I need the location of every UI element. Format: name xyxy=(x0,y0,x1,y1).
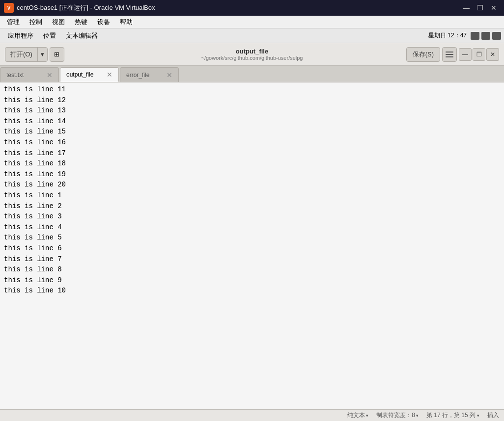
gedit-minimize-button[interactable]: — xyxy=(459,48,472,61)
tab-close-icon[interactable]: ✕ xyxy=(47,72,53,79)
tab-test-txt[interactable]: test.txt ✕ xyxy=(0,67,59,82)
menu-bar: 管理 控制 视图 热键 设备 帮助 xyxy=(0,16,504,28)
editor-line: this is line 12 xyxy=(0,95,504,106)
hamburger-menu-button[interactable] xyxy=(442,47,457,62)
editor-line: this is line 16 xyxy=(0,137,504,148)
title-bar-controls: — ❐ ✕ xyxy=(460,2,500,13)
status-bar: 纯文本 ▾ 制表符宽度：8 ▾ 第 17 行，第 15 列 ▾ 插入 xyxy=(0,409,504,421)
save-label: 保存(S) xyxy=(413,50,434,59)
tab-width-label: 制表符宽度：8 xyxy=(376,411,415,420)
tab-error-file[interactable]: error_file ✕ xyxy=(120,67,179,82)
menu-control[interactable]: 控制 xyxy=(25,17,47,27)
tab-label: output_file xyxy=(66,71,93,78)
gedit-filename: output_file xyxy=(201,48,303,55)
hamburger-line-2 xyxy=(446,54,453,55)
restore-icon: ❐ xyxy=(476,51,482,58)
open-label: 打开(O) xyxy=(10,50,32,59)
editor-line: this is line 14 xyxy=(0,116,504,127)
restore-button[interactable]: ❐ xyxy=(474,2,486,13)
close-icon: ✕ xyxy=(490,51,495,58)
gedit-window-controls: — ❐ ✕ xyxy=(459,48,499,61)
special-char-button[interactable]: ⊞ xyxy=(50,47,64,62)
tab-label: error_file xyxy=(126,72,149,79)
menu-manage[interactable]: 管理 xyxy=(2,17,25,27)
clock-text: 星期日 12：47 xyxy=(428,31,467,40)
text-editor-menu[interactable]: 文本编辑器 xyxy=(61,31,103,40)
tab-label: test.txt xyxy=(6,72,24,79)
network-icon xyxy=(471,32,479,40)
special-char-icon: ⊞ xyxy=(54,51,59,58)
volume-icon xyxy=(481,32,490,40)
editor-line: this is line 20 xyxy=(0,180,504,190)
gedit-right-controls: 保存(S) — ❐ ✕ xyxy=(406,47,499,62)
apps-menu[interactable]: 应用程序 xyxy=(3,31,38,40)
editor-line: this is line 1 xyxy=(0,190,504,201)
editor-line: this is line 4 xyxy=(0,222,504,233)
gedit-title-area: output_file ~/gowork/src/github.com/gith… xyxy=(201,48,303,61)
editor-line: this is line 9 xyxy=(0,275,504,286)
tab-width-selector[interactable]: 制表符宽度：8 ▾ xyxy=(376,411,419,420)
tab-output-file[interactable]: output_file ✕ xyxy=(60,67,119,82)
minimize-button[interactable]: — xyxy=(460,2,473,13)
editor-line: this is line 11 xyxy=(0,84,504,95)
text-type-label: 纯文本 xyxy=(347,411,365,420)
open-dropdown-arrow[interactable]: ▾ xyxy=(38,48,47,61)
menu-hotkeys[interactable]: 热键 xyxy=(70,17,92,27)
menu-help[interactable]: 帮助 xyxy=(115,17,138,27)
open-button[interactable]: 打开(O) ▾ xyxy=(5,47,48,62)
editor-line: this is line 19 xyxy=(0,169,504,180)
editor-line: this is line 8 xyxy=(0,264,504,275)
gedit-close-button[interactable]: ✕ xyxy=(486,48,499,61)
gedit-filepath: ~/gowork/src/github.com/github-user/selp… xyxy=(201,55,303,61)
tab-close-icon[interactable]: ✕ xyxy=(107,71,112,78)
insert-mode: 插入 xyxy=(487,411,499,420)
insert-label: 插入 xyxy=(487,411,499,420)
editor-line: this is line 17 xyxy=(0,148,504,159)
gedit-header: 打开(O) ▾ ⊞ output_file ~/gowork/src/githu… xyxy=(0,43,504,66)
position-dropdown-arrow: ▾ xyxy=(477,413,479,418)
title-bar: V centOS-base1 [正在运行] - Oracle VM Virtua… xyxy=(0,0,504,16)
editor-line: this is line 5 xyxy=(0,233,504,243)
editor-line: this is line 15 xyxy=(0,127,504,137)
title-bar-text: centOS-base1 [正在运行] - Oracle VM VirtualB… xyxy=(17,3,460,12)
editor-line: this is line 18 xyxy=(0,158,504,169)
gedit-left-controls: 打开(O) ▾ ⊞ xyxy=(5,47,64,62)
main-content: 打开(O) ▾ ⊞ output_file ~/gowork/src/githu… xyxy=(0,43,504,421)
cursor-position: 第 17 行，第 15 列 ▾ xyxy=(426,411,479,420)
tab-dropdown-arrow: ▾ xyxy=(416,413,419,418)
type-dropdown-arrow: ▾ xyxy=(366,413,368,418)
chevron-down-icon: ▾ xyxy=(41,51,44,58)
gnome-panel: 应用程序 位置 文本编辑器 星期日 12：47 xyxy=(0,28,504,43)
menu-view[interactable]: 视图 xyxy=(47,17,70,27)
editor-line: this is line 2 xyxy=(0,201,504,212)
places-menu[interactable]: 位置 xyxy=(38,31,61,40)
battery-icon xyxy=(492,32,501,40)
gedit-restore-button[interactable]: ❐ xyxy=(473,48,485,61)
open-main[interactable]: 打开(O) xyxy=(5,48,38,61)
menu-devices[interactable]: 设备 xyxy=(92,17,115,27)
text-type-selector[interactable]: 纯文本 ▾ xyxy=(347,411,368,420)
editor-line: this is line 3 xyxy=(0,211,504,222)
close-button[interactable]: ✕ xyxy=(487,2,500,13)
minimize-icon: — xyxy=(462,51,468,58)
position-label: 第 17 行，第 15 列 xyxy=(426,411,476,420)
app-icon: V xyxy=(4,3,14,13)
editor-line: this is line 7 xyxy=(0,254,504,265)
editor-line: this is line 6 xyxy=(0,243,504,254)
editor-line: this is line 10 xyxy=(0,286,504,296)
editor-line: this is line 13 xyxy=(0,105,504,116)
editor-area[interactable]: this is line 11this is line 12this is li… xyxy=(0,82,504,409)
system-clock: 星期日 12：47 xyxy=(428,31,501,40)
tab-close-icon[interactable]: ✕ xyxy=(167,72,172,79)
gedit-window: 打开(O) ▾ ⊞ output_file ~/gowork/src/githu… xyxy=(0,43,504,421)
tabs-bar: test.txt ✕ output_file ✕ error_file ✕ xyxy=(0,66,504,82)
hamburger-line-3 xyxy=(446,56,453,57)
hamburger-line-1 xyxy=(446,52,453,53)
save-button[interactable]: 保存(S) xyxy=(406,47,440,62)
